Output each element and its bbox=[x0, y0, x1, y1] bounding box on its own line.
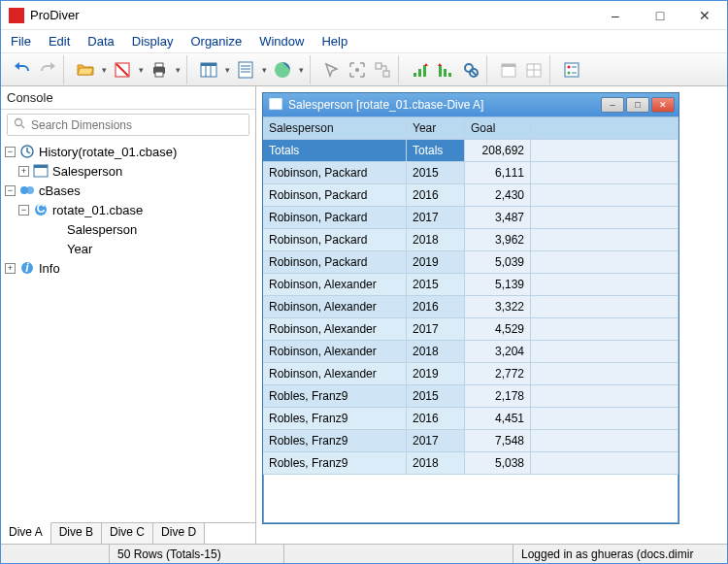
col-goal[interactable]: Goal bbox=[465, 117, 531, 140]
cell-salesperson: Robles, Franz9 bbox=[263, 430, 407, 452]
cell-goal: 6,111 bbox=[465, 162, 531, 184]
cell-pad bbox=[531, 184, 678, 207]
cell-goal: 3,204 bbox=[465, 341, 531, 363]
open-marker-dropdown[interactable]: ▾ bbox=[136, 65, 146, 75]
menu-window[interactable]: Window bbox=[259, 34, 304, 49]
find-button[interactable] bbox=[459, 58, 482, 82]
selection-tool-button[interactable] bbox=[320, 58, 344, 82]
table-row[interactable]: Robinson, Packard20195,039 bbox=[263, 251, 678, 274]
totals-row[interactable]: Totals Totals 208,692 bbox=[263, 140, 678, 162]
maximize-button[interactable]: □ bbox=[638, 1, 682, 30]
toolbar: ▾ ▾ ▾ ▾ ▾ ▾ bbox=[1, 53, 727, 86]
tabular-icon bbox=[269, 97, 282, 114]
table-row[interactable]: Robles, Franz920185,038 bbox=[263, 452, 678, 475]
cell-goal: 2,772 bbox=[465, 363, 531, 385]
tree-history[interactable]: History(rotate_01.cbase) bbox=[39, 145, 177, 159]
expand-info[interactable]: + bbox=[5, 263, 16, 274]
cell-year: 2019 bbox=[407, 251, 465, 274]
table-row[interactable]: Robinson, Alexander20183,204 bbox=[263, 341, 678, 363]
sort-asc-button[interactable] bbox=[409, 58, 432, 82]
chart-view-dropdown[interactable]: ▾ bbox=[296, 65, 306, 75]
svg-line-35 bbox=[21, 125, 24, 128]
table-row[interactable]: Robles, Franz920177,548 bbox=[263, 430, 678, 452]
table-row[interactable]: Robinson, Packard20162,430 bbox=[263, 184, 678, 207]
table-row[interactable]: Robinson, Alexander20192,772 bbox=[263, 363, 678, 385]
cell-year: 2017 bbox=[407, 430, 465, 452]
period-button[interactable] bbox=[522, 58, 546, 82]
table-row[interactable]: Robinson, Alexander20155,139 bbox=[263, 274, 678, 296]
table-row[interactable]: Robinson, Alexander20163,322 bbox=[263, 296, 678, 318]
totals-yr: Totals bbox=[407, 140, 465, 162]
tab-dive-a[interactable]: Dive A bbox=[1, 522, 51, 544]
menu-help[interactable]: Help bbox=[321, 34, 347, 49]
menu-file[interactable]: File bbox=[11, 34, 31, 49]
svg-rect-13 bbox=[376, 63, 381, 69]
report-view-button[interactable] bbox=[234, 58, 257, 82]
print-dropdown[interactable]: ▾ bbox=[173, 65, 182, 75]
print-button[interactable] bbox=[148, 58, 171, 82]
cell-salesperson: Robles, Franz9 bbox=[263, 408, 407, 430]
properties-button[interactable] bbox=[560, 58, 583, 82]
svg-rect-46 bbox=[270, 98, 281, 101]
tree-cbases[interactable]: cBases bbox=[39, 183, 81, 198]
tab-dive-b[interactable]: Dive B bbox=[51, 523, 102, 544]
table-row[interactable]: Robinson, Packard20183,962 bbox=[263, 229, 678, 251]
sort-desc-button[interactable] bbox=[434, 58, 457, 82]
cbase-file-icon: C bbox=[33, 202, 49, 217]
report-view-dropdown[interactable]: ▾ bbox=[259, 65, 269, 75]
grid-body[interactable]: Totals Totals 208,692 Robinson, Packard2… bbox=[263, 140, 678, 523]
menu-display[interactable]: Display bbox=[132, 34, 174, 49]
cell-pad bbox=[531, 452, 678, 475]
svg-rect-15 bbox=[414, 73, 416, 77]
calendar-button[interactable] bbox=[497, 58, 520, 82]
collapse-history[interactable]: − bbox=[5, 147, 16, 157]
col-pad bbox=[531, 117, 678, 140]
child-minimize-button[interactable]: – bbox=[601, 97, 624, 113]
table-row[interactable]: Robles, Franz920164,451 bbox=[263, 408, 678, 430]
tree-cbase-dim-yr[interactable]: Year bbox=[67, 242, 92, 256]
table-row[interactable]: Robles, Franz920152,178 bbox=[263, 385, 678, 408]
table-row[interactable]: Robinson, Packard20173,487 bbox=[263, 207, 678, 229]
table-row[interactable]: Robinson, Packard20156,111 bbox=[263, 162, 678, 184]
tabular-view-dropdown[interactable]: ▾ bbox=[222, 65, 232, 75]
minimize-button[interactable]: – bbox=[593, 1, 638, 30]
search-input[interactable] bbox=[31, 118, 243, 132]
expand-salesperson-dim[interactable]: + bbox=[18, 166, 29, 177]
dive-window-title: Salesperson [rotate_01.cbase-Dive A] bbox=[288, 98, 483, 112]
chart-view-button[interactable] bbox=[271, 58, 294, 82]
child-close-button[interactable]: ✕ bbox=[651, 97, 675, 113]
child-maximize-button[interactable]: □ bbox=[626, 97, 649, 113]
group-button[interactable] bbox=[371, 58, 394, 82]
tree-salesperson-dim[interactable]: Salesperson bbox=[52, 164, 122, 179]
focus-button[interactable] bbox=[346, 58, 369, 82]
menu-data[interactable]: Data bbox=[87, 34, 114, 49]
menu-edit[interactable]: Edit bbox=[49, 34, 70, 49]
collapse-cbase-file[interactable]: − bbox=[18, 205, 29, 216]
cell-year: 2015 bbox=[407, 385, 465, 408]
col-year[interactable]: Year bbox=[407, 117, 465, 140]
tabular-view-button[interactable] bbox=[197, 58, 220, 82]
close-button[interactable]: ✕ bbox=[682, 1, 727, 30]
undo-button[interactable] bbox=[11, 58, 34, 82]
open-folder-dropdown[interactable]: ▾ bbox=[99, 65, 109, 75]
totals-goal: 208,692 bbox=[465, 140, 531, 162]
dive-window-titlebar[interactable]: Salesperson [rotate_01.cbase-Dive A] – □… bbox=[263, 93, 678, 116]
col-salesperson[interactable]: Salesperson bbox=[263, 117, 407, 140]
table-row[interactable]: Robinson, Alexander20174,529 bbox=[263, 318, 678, 341]
open-folder-button[interactable] bbox=[74, 58, 97, 82]
tree-info[interactable]: Info bbox=[39, 261, 60, 276]
collapse-cbases[interactable]: − bbox=[5, 185, 16, 196]
app-title: ProDiver bbox=[30, 8, 80, 22]
open-marker-button[interactable] bbox=[111, 58, 134, 82]
tab-dive-d[interactable]: Dive D bbox=[153, 523, 205, 544]
svg-rect-16 bbox=[418, 69, 421, 77]
svg-rect-25 bbox=[502, 64, 515, 67]
tree-cbase-dim-sp[interactable]: Salesperson bbox=[67, 222, 137, 237]
cell-pad bbox=[531, 207, 678, 229]
tab-dive-c[interactable]: Dive C bbox=[102, 523, 153, 544]
search-dimensions[interactable] bbox=[7, 114, 249, 136]
redo-button[interactable] bbox=[36, 58, 59, 82]
tree-cbase-file[interactable]: rotate_01.cbase bbox=[52, 203, 143, 217]
cell-goal: 4,451 bbox=[465, 408, 531, 430]
menu-organize[interactable]: Organize bbox=[190, 34, 242, 49]
